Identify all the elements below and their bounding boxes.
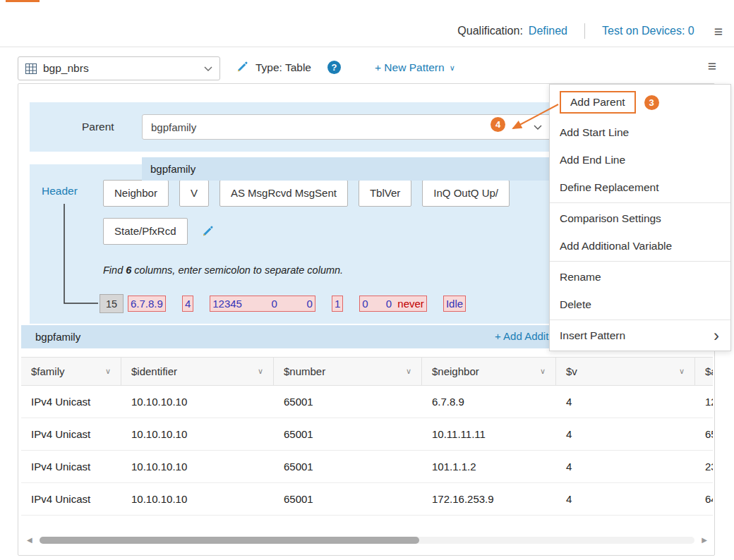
sample-token[interactable]: 1	[332, 296, 343, 312]
results-body: IPv4 Unicast10.10.10.10650016.7.8.94123I…	[21, 386, 713, 516]
column-header-as[interactable]: $as	[695, 358, 713, 385]
topbar-divider	[584, 23, 585, 39]
pattern-row-label: bgpfamily	[35, 331, 80, 343]
header-column-box[interactable]: Neighbor	[103, 180, 169, 207]
table-cell: 4	[556, 418, 695, 450]
sample-token[interactable]: Idle	[443, 296, 466, 312]
menu-item-label: Delete	[560, 298, 591, 311]
menu-item-rename[interactable]: Rename	[550, 263, 730, 291]
menu-item-label: Rename	[560, 271, 601, 284]
top-divider-line	[0, 47, 734, 47]
menu-item-insert-pattern[interactable]: Insert Pattern›	[550, 322, 730, 349]
column-header-label: $neighbor	[432, 365, 479, 377]
column-header-label: $number	[284, 365, 325, 377]
new-pattern-button[interactable]: + New Pattern ∨	[375, 61, 455, 74]
table-cell: 6.7.8.9	[422, 386, 556, 418]
column-header-family[interactable]: $family∨	[21, 358, 121, 385]
table-cell: 123	[695, 386, 713, 418]
table-row: IPv4 Unicast10.10.10.106500110.11.11.114…	[21, 418, 713, 451]
table-selector-dropdown[interactable]: bgp_nbrs	[18, 56, 220, 80]
toolbar: bgp_nbrs Type: Table ? + New Pattern ∨ ≡	[0, 55, 734, 82]
menu-item-define-replacement[interactable]: Define Replacement	[550, 174, 730, 201]
header-label: Header	[42, 185, 78, 197]
table-cell: 10.10.10.10	[121, 483, 274, 515]
help-icon[interactable]: ?	[327, 61, 341, 74]
token-text: 4	[185, 298, 191, 310]
menu-item-add-end-line[interactable]: Add End Line	[550, 146, 730, 174]
menu-item-add-start-line[interactable]: Add Start Line	[550, 118, 730, 146]
hint-suffix: columns, enter semicolon to separate col…	[131, 264, 343, 276]
menu-item-add-parent[interactable]: Add Parent3	[550, 86, 730, 118]
hint-prefix: Find	[103, 264, 126, 276]
parent-dropdown-option-bgpfamily[interactable]: bgpfamily	[142, 157, 552, 181]
topbar-menu-icon[interactable]: ≡	[714, 24, 723, 39]
menu-item-label: Add Start Line	[560, 126, 629, 139]
option-label: bgpfamily	[150, 163, 195, 175]
sample-token[interactable]: 4	[182, 296, 193, 312]
column-header-neighbor[interactable]: $neighbor∨	[422, 358, 556, 385]
add-additional-link[interactable]: + Add Addit	[495, 330, 548, 342]
table-cell: 10.10.10.10	[121, 418, 274, 450]
scrollbar-track[interactable]	[40, 537, 694, 544]
chevron-down-icon: ∨	[258, 367, 263, 376]
token-text: 1	[335, 298, 340, 310]
top-accent-bar	[6, 0, 40, 2]
chevron-down-icon: ∨	[105, 367, 111, 376]
parser-editor-page: Qualification: Defined Test on Devices: …	[0, 0, 734, 560]
column-hint: Find 6 columns, enter semicolon to separ…	[103, 264, 343, 276]
table-cell: IPv4 Unicast	[21, 386, 121, 418]
test-on-devices-link[interactable]: Test on Devices: 0	[602, 25, 694, 37]
results-table: $family∨$identifier∨$number∨$neighbor∨$v…	[21, 357, 713, 518]
column-header-label: $family	[31, 365, 65, 377]
scroll-right-arrow[interactable]: ▶	[702, 536, 707, 544]
pattern-options-menu-icon[interactable]: ≡	[708, 59, 716, 73]
menu-item-add-additional-variable[interactable]: Add Additional Variable	[550, 232, 730, 260]
table-row: IPv4 Unicast10.10.10.10650016.7.8.94123	[21, 386, 713, 418]
column-header-v[interactable]: $v∨	[556, 358, 695, 385]
sample-token[interactable]: 6.7.8.9	[128, 296, 166, 312]
parent-dropdown[interactable]: bgpfamily	[142, 114, 551, 140]
new-pattern-label: + New Pattern	[375, 61, 445, 74]
sample-token[interactable]: 12345 0 0	[210, 296, 315, 312]
edit-header-pencil-icon[interactable]	[200, 225, 214, 238]
chevron-down-icon: ∨	[679, 367, 685, 376]
header-boxes-row1: NeighborVAS MsgRcvd MsgSentTblVerInQ Out…	[103, 180, 510, 207]
table-cell: 4	[556, 483, 695, 515]
table-selector-value: bgp_nbrs	[43, 62, 89, 75]
chevron-down-icon: ∨	[540, 367, 546, 376]
table-cell: 65001	[274, 483, 422, 515]
edit-table-pencil-icon[interactable]	[235, 61, 248, 74]
header-column-box[interactable]: AS MsgRcvd MsgSent	[219, 180, 348, 207]
scrollbar-thumb[interactable]	[40, 537, 419, 544]
sample-token[interactable]: 0 0 never	[359, 296, 427, 312]
sample-line-number[interactable]: 15	[100, 294, 124, 313]
parent-label: Parent	[82, 121, 114, 133]
type-label: Type: Table	[255, 61, 311, 74]
header-column-box[interactable]: TblVer	[359, 180, 411, 207]
table-row: IPv4 Unicast10.10.10.1065001172.16.253.9…	[21, 483, 713, 516]
qualification-label: Qualification:	[457, 25, 523, 37]
menu-item-delete[interactable]: Delete	[550, 291, 730, 318]
table-cell: 4	[556, 386, 695, 418]
menu-item-label: Add End Line	[560, 154, 625, 166]
header-column-box[interactable]: V	[179, 180, 209, 207]
qualification-value-link[interactable]: Defined	[529, 25, 567, 37]
table-cell: 65001	[274, 451, 422, 482]
table-cell: IPv4 Unicast	[21, 451, 121, 482]
sample-line: 15 6.7.8.9412345 0 010 0 neverIdle	[100, 294, 466, 313]
table-cell: 10.10.10.10	[121, 386, 274, 418]
scroll-left-arrow[interactable]: ◀	[27, 536, 32, 544]
column-header-label: $identifier	[131, 365, 177, 377]
menu-item-label: Add Parent	[560, 91, 636, 114]
chevron-down-icon	[204, 66, 212, 71]
menu-item-comparison-settings[interactable]: Comparison Settings	[550, 205, 730, 232]
sample-tokens: 6.7.8.9412345 0 010 0 neverIdle	[128, 296, 466, 312]
column-header-identifier[interactable]: $identifier∨	[121, 358, 274, 385]
menu-item-label: Comparison Settings	[560, 212, 661, 225]
column-header-number[interactable]: $number∨	[274, 358, 422, 385]
header-column-box[interactable]: InQ OutQ Up/	[422, 180, 510, 207]
header-column-box[interactable]: State/PfxRcd	[103, 218, 188, 245]
token-text: 0 0	[362, 298, 397, 310]
menu-item-label: Add Additional Variable	[560, 240, 672, 252]
table-cell: 65001	[274, 386, 422, 418]
